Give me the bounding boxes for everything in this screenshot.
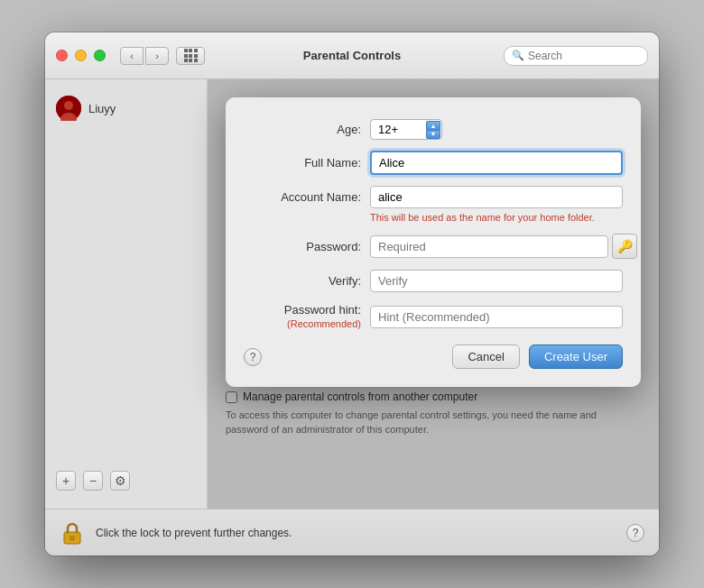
password-inputs: 🔑 <box>370 234 637 259</box>
password-row: Password: 🔑 <box>244 234 623 259</box>
bottom-bar: Click the lock to prevent further change… <box>45 509 659 556</box>
help-button-bottom[interactable]: ? <box>626 524 644 542</box>
account-name-row: Account Name: <box>244 186 623 208</box>
grid-icon <box>184 49 198 62</box>
remove-user-button[interactable]: − <box>83 471 103 491</box>
sidebar: Liuyy + − ⚙ <box>45 79 208 509</box>
account-hint: This will be used as the name for your h… <box>370 210 641 223</box>
search-input[interactable] <box>528 50 640 62</box>
hint-sub-label: (Recommended) <box>287 318 361 329</box>
search-icon: 🔍 <box>512 50 524 61</box>
verify-label: Verify: <box>244 274 370 288</box>
stepper-down[interactable]: ▼ <box>426 130 440 139</box>
sidebar-item-user[interactable]: Liuyy <box>45 90 207 126</box>
verify-input[interactable] <box>370 270 623 292</box>
avatar <box>56 96 81 121</box>
key-button[interactable]: 🔑 <box>612 234 637 259</box>
fullname-input[interactable] <box>370 151 623 175</box>
add-user-button[interactable]: + <box>56 471 76 491</box>
stepper-up[interactable]: ▲ <box>426 121 440 130</box>
modal-footer: ? Cancel Create User <box>244 345 623 369</box>
age-stepper: ▲ ▼ <box>370 119 442 140</box>
stepper-arrows: ▲ ▼ <box>426 121 440 139</box>
username-label: Liuyy <box>88 102 116 115</box>
content-panel: Manage parental controls from another co… <box>208 79 659 509</box>
fullname-row: Full Name: <box>244 151 623 175</box>
hint-label: Password hint: (Recommended) <box>244 303 370 330</box>
help-button[interactable]: ? <box>244 348 262 366</box>
password-label: Password: <box>244 240 370 253</box>
main-content: Liuyy + − ⚙ Manage parental controls fro… <box>45 79 659 509</box>
nav-buttons: ‹ › <box>120 47 169 65</box>
account-label: Account Name: <box>244 190 370 204</box>
verify-row: Verify: <box>244 270 623 292</box>
create-user-modal: Age: ▲ ▼ Full Name: <box>226 97 641 387</box>
password-input[interactable] <box>370 235 608 258</box>
lock-icon-wrap[interactable] <box>60 520 85 546</box>
hint-row: Password hint: (Recommended) <box>244 303 623 330</box>
lock-text: Click the lock to prevent further change… <box>96 527 292 539</box>
avatar-icon <box>56 96 81 121</box>
svg-point-5 <box>70 536 74 539</box>
search-bar[interactable]: 🔍 <box>504 46 648 66</box>
lock-icon <box>60 520 85 546</box>
settings-button[interactable]: ⚙ <box>110 471 130 491</box>
hint-input[interactable] <box>370 306 623 328</box>
account-hint-text: This will be used as the name for your h… <box>370 212 641 223</box>
window-title: Parental Controls <box>303 49 401 62</box>
age-row: Age: ▲ ▼ <box>244 119 623 140</box>
svg-point-1 <box>64 101 73 110</box>
account-name-section: Account Name: This will be used as the n… <box>244 186 623 223</box>
close-button[interactable] <box>56 50 68 61</box>
account-input[interactable] <box>370 186 623 208</box>
main-window: ‹ › Parental Controls 🔍 <box>45 32 659 556</box>
maximize-button[interactable] <box>94 50 106 61</box>
age-label: Age: <box>244 123 370 136</box>
traffic-lights <box>56 50 106 61</box>
forward-button[interactable]: › <box>145 47 169 65</box>
grid-view-button[interactable] <box>176 47 205 65</box>
modal-overlay: Age: ▲ ▼ Full Name: <box>208 79 659 509</box>
minimize-button[interactable] <box>75 50 87 61</box>
titlebar: ‹ › Parental Controls 🔍 <box>45 32 659 79</box>
back-button[interactable]: ‹ <box>120 47 144 65</box>
fullname-label: Full Name: <box>244 156 370 170</box>
cancel-button[interactable]: Cancel <box>452 345 519 369</box>
create-user-button[interactable]: Create User <box>529 345 623 369</box>
sidebar-actions: + − ⚙ <box>45 464 207 498</box>
